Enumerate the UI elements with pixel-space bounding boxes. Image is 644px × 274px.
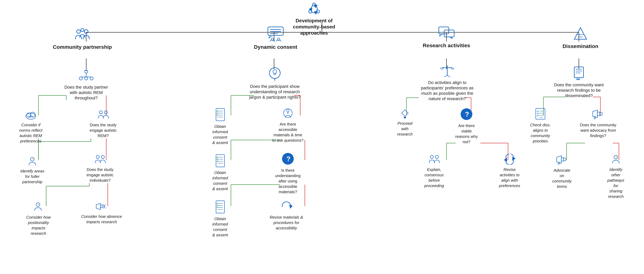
ra-q1-label: Do activities align toparticipants' pref… [421, 80, 474, 101]
dc-obtain3-label: Obtaininformedconsent& assent [212, 217, 228, 237]
svg-marker-64 [574, 28, 586, 39]
cp-absence-label: Consider how absenceimpacts research [81, 214, 122, 224]
di-revise-label: Reviseactivities toalign withpreferences [499, 167, 520, 188]
di-q1-label: Does the community wantresearch findings… [554, 82, 604, 98]
di-check: Check diss.aligns tocommunitypriorities [513, 108, 568, 144]
svg-text:⚡: ⚡ [615, 156, 618, 158]
scale-icon [405, 64, 490, 79]
svg-point-68 [79, 77, 82, 80]
svg-point-94 [30, 116, 31, 117]
di-header: Dissemination [551, 27, 610, 49]
svg-text:?: ? [465, 110, 469, 118]
diamond-icon [379, 109, 431, 120]
cp-q3: Does the studyengage autisticindividuals… [72, 154, 128, 183]
cp-q1-label: Does the study partnerwith autistic REMt… [64, 85, 108, 100]
di-q1: Does the community wantresearch findings… [537, 66, 620, 98]
cp-consider-norms: Consider ifnorms reflectautistic REMpref… [4, 111, 57, 144]
svg-rect-110 [536, 108, 545, 119]
dc-q2-icon: ? [256, 108, 320, 120]
svg-rect-85 [574, 67, 584, 78]
svg-rect-56 [268, 27, 283, 35]
dc-obtain1-label: Obtaininformedconsent& assent [212, 124, 228, 145]
ra-q2: ? Are thereviablereasons whynot? [437, 108, 496, 144]
cp-absence-icon [68, 202, 136, 213]
cp-identify-label: Identify areasfor fullerpartnership [20, 169, 44, 184]
svg-point-75 [270, 68, 280, 78]
svg-rect-106 [402, 110, 408, 116]
svg-point-122 [101, 155, 104, 158]
svg-rect-123 [216, 155, 224, 167]
svg-line-135 [559, 162, 560, 165]
svg-point-89 [577, 78, 579, 80]
svg-rect-62 [439, 27, 449, 34]
ra-q1: Do activities align toparticipants' pref… [405, 64, 490, 101]
cp-consider-norms-label: Consider ifnorms reflectautistic REMpref… [19, 123, 42, 143]
megaphone2-icon [536, 154, 588, 167]
ra-proceed-label: Proceedwithresearch [397, 121, 412, 136]
dc-q2: ? Are thereaccessiblematerials & timeto … [256, 108, 320, 143]
svg-rect-116 [597, 112, 600, 116]
svg-rect-98 [216, 108, 224, 121]
svg-point-96 [99, 111, 102, 114]
svg-line-83 [444, 75, 447, 77]
cp-identify-icon: ⚡ [6, 155, 58, 167]
pyramid-icon [551, 27, 610, 42]
dc-q3-icon: ? [256, 152, 320, 167]
cp-q2: Does the studyengage autisticREM? [76, 109, 131, 138]
svg-point-54 [84, 30, 88, 33]
dc-q1: Does the participant showunderstanding o… [234, 66, 316, 100]
svg-rect-144 [216, 201, 224, 213]
svg-point-74 [86, 70, 87, 71]
cp-positionality: ⚡ Consider howpositionalityimpactsresear… [9, 202, 68, 236]
svg-marker-132 [557, 156, 561, 163]
ra-explain: Explain,consensusbeforeproceeding [406, 154, 462, 188]
svg-point-97 [104, 111, 108, 114]
svg-point-93 [29, 116, 30, 117]
cloud-icon [4, 111, 57, 121]
question-circle-icon: ? [437, 108, 496, 122]
dc-revise-icon [248, 202, 325, 214]
cp-absence: Consider how absenceimpacts research [68, 202, 136, 225]
ra-q2-label: Are thereviablereasons whynot? [455, 123, 478, 144]
cp-header-label: Community partnership [53, 44, 112, 50]
ra-header: Research activities [410, 26, 484, 49]
di-q1-icon [537, 66, 620, 81]
svg-rect-63 [444, 30, 454, 37]
di-advocate-label: Advocateoncommunityterms [552, 168, 572, 189]
cp-pos-label: Consider howpositionalityimpactsresearch [26, 215, 51, 236]
dc-header-label: Dynamic consent [254, 44, 297, 50]
svg-point-53 [77, 30, 80, 33]
di-q2-label: Does the communitywant advocacy fromfind… [580, 123, 616, 138]
di-advocate: Advocateoncommunityterms [536, 154, 588, 189]
dc-q3-label: Is thereunderstandingafter usingaccessib… [275, 168, 301, 194]
dc-obtain3: Obtaininformedconsent& assent [194, 200, 246, 238]
di-identify: ⚡ Identifyotherpathwaysforsharingresearc… [590, 154, 642, 199]
dc-obtain2-label: Obtaininformedconsent& assent [212, 170, 228, 191]
svg-point-121 [96, 155, 99, 158]
dc-obtain1: Obtaininformedconsent& assent [194, 108, 246, 145]
cp-header: Community partnership [48, 28, 117, 50]
svg-marker-140 [96, 203, 100, 210]
svg-rect-141 [100, 205, 102, 208]
di-identify-label: Identifyotherpathwaysforsharingresearch [607, 167, 624, 199]
svg-point-131 [436, 155, 438, 158]
svg-point-55 [81, 28, 84, 31]
checklist1-icon [194, 108, 246, 123]
checklist3-icon [194, 200, 246, 215]
dc-header: Dynamic consent [237, 26, 314, 50]
cp-q3-label: Does the studyengage autisticindividuals… [87, 167, 114, 183]
svg-point-76 [273, 70, 277, 73]
ra-icon [410, 26, 484, 41]
svg-marker-115 [593, 110, 597, 118]
svg-rect-133 [561, 158, 564, 161]
svg-point-69 [90, 77, 93, 80]
svg-line-84 [447, 75, 450, 77]
cycle-icon [285, 1, 343, 17]
di-identify-icon: ⚡ [590, 154, 642, 166]
di-check-icon [513, 108, 568, 121]
svg-point-52 [316, 10, 320, 13]
network-icon [46, 69, 126, 83]
group-icon [48, 28, 117, 43]
cp-pos-icon: ⚡ [9, 202, 68, 214]
ra-explain-icon [406, 154, 462, 166]
